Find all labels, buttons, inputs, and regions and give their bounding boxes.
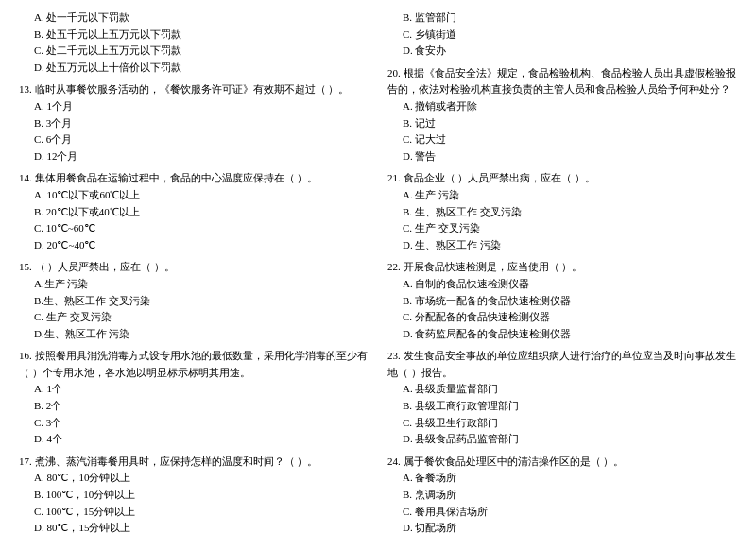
q14-a: A. 10℃以下或60℃以上 [19, 187, 369, 204]
q17-c: C. 100℃，15分钟以上 [19, 504, 369, 521]
right-col: B. 监管部门 C. 乡镇街道 D. 食安办 20. 根据《食品安全法》规定，食… [387, 9, 737, 534]
q21-b: B. 生、熟区工作 交叉污染 [387, 204, 737, 221]
q21-c: C. 生产 交叉污染 [387, 220, 737, 237]
q15-text: 15. （ ）人员严禁出，应在（ ）。 [19, 259, 369, 276]
question-17: 17. 煮沸、蒸汽消毒餐用具时，应保持怎样的温度和时间？（ ）。 A. 80℃，… [19, 454, 369, 534]
q14-d: D. 20℃~40℃ [19, 237, 369, 254]
top-options-left: A. 处一千元以下罚款 B. 处五千元以上五万元以下罚款 C. 处二千元以上五万… [19, 9, 369, 76]
q16-a: A. 1个 [19, 381, 369, 398]
q22-text: 22. 开展食品快速检测是，应当使用（ ）。 [387, 259, 737, 276]
q23-c: C. 县级卫生行政部门 [387, 415, 737, 432]
q15-d: D.生、熟区工作 污染 [19, 326, 369, 343]
q22-a: A. 自制的食品快速检测仪器 [387, 276, 737, 293]
q17-d: D. 80℃，15分钟以上 [19, 520, 369, 534]
q23-text: 23. 发生食品安全事故的单位应组织病人进行治疗的单位应当及时向事故发生地（ ）… [387, 348, 737, 381]
left-col: A. 处一千元以下罚款 B. 处五千元以上五万元以下罚款 C. 处二千元以上五万… [19, 9, 369, 534]
question-23: 23. 发生食品安全事故的单位应组织病人进行治疗的单位应当及时向事故发生地（ ）… [387, 348, 737, 448]
option-c: C. 处二千元以上五万元以下罚款 [19, 43, 369, 60]
question-13: 13. 临时从事餐饮服务活动的，《餐饮服务许可证》有效期不超过（ ）。 A. 1… [19, 81, 369, 164]
q21-a: A. 生产 污染 [387, 187, 737, 204]
question-22: 22. 开展食品快速检测是，应当使用（ ）。 A. 自制的食品快速检测仪器 B.… [387, 259, 737, 342]
q15-c: C. 生产 交叉污染 [19, 309, 369, 326]
top-options-right: B. 监管部门 C. 乡镇街道 D. 食安办 [387, 9, 737, 60]
q17-text: 17. 煮沸、蒸汽消毒餐用具时，应保持怎样的温度和时间？（ ）。 [19, 454, 369, 471]
q24-c: C. 餐用具保洁场所 [387, 504, 737, 521]
rt2: C. 乡镇街道 [387, 26, 737, 43]
q15-a: A.生产 污染 [19, 276, 369, 293]
q16-b: B. 2个 [19, 398, 369, 415]
q21-d: D. 生、熟区工作 污染 [387, 237, 737, 254]
q20-a: A. 撤销或者开除 [387, 98, 737, 115]
question-20: 20. 根据《食品安全法》规定，食品检验机构、食品检验人员出具虚假检验报告的，依… [387, 65, 737, 165]
question-24: 24. 属于餐饮食品处理区中的清洁操作区的是（ ）。 A. 备餐场所 B. 烹调… [387, 454, 737, 534]
q13-b: B. 3个月 [19, 115, 369, 132]
rt3: D. 食安办 [387, 43, 737, 60]
q24-text: 24. 属于餐饮食品处理区中的清洁操作区的是（ ）。 [387, 454, 737, 471]
q22-b: B. 市场统一配备的食品快速检测仪器 [387, 293, 737, 310]
q23-b: B. 县级工商行政管理部门 [387, 398, 737, 415]
main-content: A. 处一千元以下罚款 B. 处五千元以上五万元以下罚款 C. 处二千元以上五万… [19, 9, 737, 534]
question-14: 14. 集体用餐食品在运输过程中，食品的中心温度应保持在（ ）。 A. 10℃以… [19, 170, 369, 253]
q16-d: D. 4个 [19, 431, 369, 448]
q22-d: D. 食药监局配备的食品快速检测仪器 [387, 326, 737, 343]
q16-text: 16. 按照餐用具消洗消毒方式设专用水池的最低数量，采用化学消毒的至少有（ ）个… [19, 348, 369, 381]
q17-a: A. 80℃，10分钟以上 [19, 470, 369, 487]
question-15: 15. （ ）人员严禁出，应在（ ）。 A.生产 污染 B.生、熟区工作 交叉污… [19, 259, 369, 342]
q13-c: C. 6个月 [19, 131, 369, 148]
q13-a: A. 1个月 [19, 98, 369, 115]
q20-c: C. 记大过 [387, 131, 737, 148]
q22-c: C. 分配配备的食品快速检测仪器 [387, 309, 737, 326]
option-a: A. 处一千元以下罚款 [19, 9, 369, 26]
question-21: 21. 食品企业（ ）人员严禁出病，应在（ ）。 A. 生产 污染 B. 生、熟… [387, 170, 737, 253]
page: A. 处一千元以下罚款 B. 处五千元以上五万元以下罚款 C. 处二千元以上五万… [19, 9, 737, 534]
q15-b: B.生、熟区工作 交叉污染 [19, 293, 369, 310]
q13-d: D. 12个月 [19, 148, 369, 165]
q23-d: D. 县级食品药品监管部门 [387, 431, 737, 448]
q16-c: C. 3个 [19, 415, 369, 432]
q14-text: 14. 集体用餐食品在运输过程中，食品的中心温度应保持在（ ）。 [19, 170, 369, 187]
q24-d: D. 切配场所 [387, 520, 737, 534]
q17-b: B. 100℃，10分钟以上 [19, 487, 369, 504]
q14-b: B. 20℃以下或40℃以上 [19, 204, 369, 221]
q24-b: B. 烹调场所 [387, 487, 737, 504]
q14-c: C. 10℃~60℃ [19, 220, 369, 237]
q20-text: 20. 根据《食品安全法》规定，食品检验机构、食品检验人员出具虚假检验报告的，依… [387, 65, 737, 98]
question-16: 16. 按照餐用具消洗消毒方式设专用水池的最低数量，采用化学消毒的至少有（ ）个… [19, 348, 369, 448]
q21-text: 21. 食品企业（ ）人员严禁出病，应在（ ）。 [387, 170, 737, 187]
q24-a: A. 备餐场所 [387, 470, 737, 487]
rt1: B. 监管部门 [387, 9, 737, 26]
option-b: B. 处五千元以上五万元以下罚款 [19, 26, 369, 43]
q23-a: A. 县级质量监督部门 [387, 381, 737, 398]
option-d: D. 处五万元以上十倍价以下罚款 [19, 60, 369, 77]
q20-d: D. 警告 [387, 148, 737, 165]
q20-b: B. 记过 [387, 115, 737, 132]
q13-text: 13. 临时从事餐饮服务活动的，《餐饮服务许可证》有效期不超过（ ）。 [19, 81, 369, 98]
